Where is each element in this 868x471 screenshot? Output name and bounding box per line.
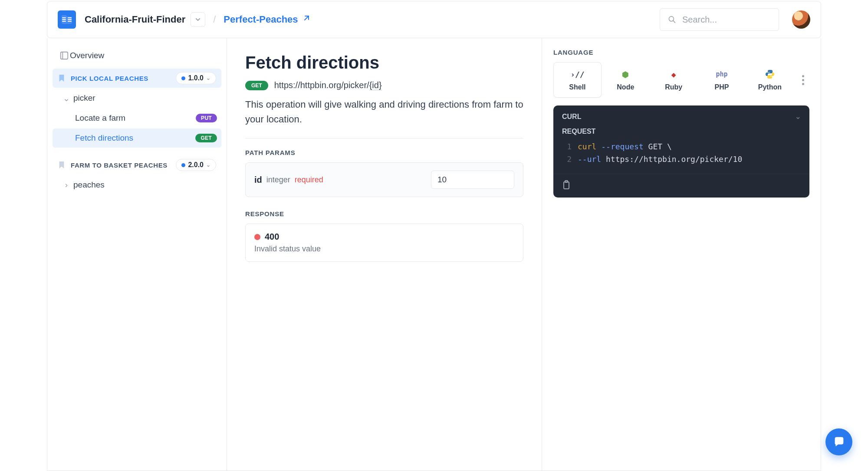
header: California-Fruit-Finder / Perfect-Peache…	[47, 1, 821, 38]
clipboard-icon	[562, 180, 571, 190]
search-box[interactable]	[660, 8, 779, 31]
status-dot-icon	[254, 234, 260, 240]
response-message: Invalid status value	[254, 244, 514, 254]
chevron-down-icon: ⌄	[62, 93, 71, 103]
lang-label: Python	[758, 83, 782, 91]
svg-rect-1	[62, 19, 66, 20]
param-name: id	[254, 175, 262, 185]
svg-rect-5	[68, 21, 72, 22]
sidebar-section-pick-local[interactable]: PICK LOCAL PEACHES 1.0.0 ⌄	[53, 69, 221, 88]
bookmark-icon	[58, 74, 66, 82]
chevron-down-icon: ⌄	[795, 112, 801, 121]
language-tab-python[interactable]: Python	[746, 62, 794, 98]
language-tabs: ›// Shell ⬢ Node ◆ Ruby php PHP	[553, 62, 809, 98]
language-tab-php[interactable]: php PHP	[698, 62, 746, 98]
code-tool-label: CURL	[562, 113, 581, 121]
language-tab-shell[interactable]: ›// Shell	[553, 62, 602, 98]
shell-icon: ›//	[570, 69, 585, 80]
path-params-label: PATH PARAMS	[245, 149, 523, 156]
app-logo	[58, 10, 76, 29]
sidebar-overview-label: Overview	[70, 51, 104, 60]
param-value-input[interactable]	[431, 171, 514, 189]
main-content: Fetch directions GET https://httpbin.org…	[227, 38, 542, 471]
copy-button[interactable]	[562, 184, 571, 191]
response-card[interactable]: 400 Invalid status value	[245, 224, 523, 262]
version-label: 2.0.0	[188, 161, 204, 169]
group-label: peaches	[73, 180, 217, 190]
description: This operation will give walking and dri…	[245, 97, 523, 138]
breadcrumb-separator: /	[213, 14, 216, 25]
path-param-row: id integer required	[245, 162, 523, 197]
method-badge: GET	[195, 134, 217, 142]
code-section-label: REQUEST	[553, 128, 809, 138]
lang-label: Ruby	[665, 83, 682, 91]
search-input[interactable]	[682, 15, 771, 25]
code-tool-selector[interactable]: CURL ⌄	[553, 105, 809, 128]
chevron-right-icon: ›	[62, 180, 71, 190]
breadcrumb-project[interactable]: Perfect-Peaches	[224, 14, 298, 25]
response-label: RESPONSE	[245, 210, 523, 217]
version-selector[interactable]: 2.0.0 ⌄	[176, 159, 216, 171]
svg-rect-2	[62, 21, 66, 22]
code-line: 1 curl --request GET \	[562, 141, 801, 153]
bookmark-icon	[58, 161, 66, 169]
language-tab-node[interactable]: ⬢ Node	[602, 62, 650, 98]
method-badge: GET	[245, 81, 268, 90]
endpoint-line: GET https://httpbin.org/picker/{id}	[245, 80, 523, 90]
node-icon: ⬢	[622, 69, 629, 80]
sidebar-item-fetch-directions[interactable]: Fetch directions GET	[53, 128, 221, 148]
code-block: 1 curl --request GET \ 2 --url https://h…	[553, 138, 809, 174]
endpoint-url: https://httpbin.org/picker/{id}	[274, 80, 382, 90]
chevron-down-icon	[195, 16, 201, 23]
method-badge: PUT	[196, 114, 217, 122]
php-icon: php	[716, 69, 727, 80]
version-selector[interactable]: 1.0.0 ⌄	[176, 72, 216, 84]
sidebar-item-locate-farm[interactable]: Locate a farm PUT	[53, 109, 221, 128]
sidebar: Overview PICK LOCAL PEACHES 1.0.0 ⌄ ⌄ pi…	[47, 38, 227, 471]
sidebar-section-farm-to-basket[interactable]: FARM TO BASKET PEACHES 2.0.0 ⌄	[53, 155, 221, 175]
item-label: Fetch directions	[75, 133, 195, 143]
chevron-down-icon: ⌄	[206, 75, 210, 81]
search-icon	[668, 15, 676, 24]
sidebar-group-picker[interactable]: ⌄ picker	[53, 89, 221, 108]
lang-label: PHP	[715, 83, 729, 91]
svg-rect-4	[68, 19, 72, 20]
breadcrumb-org[interactable]: California-Fruit-Finder	[85, 14, 185, 25]
version-dot-icon	[181, 163, 185, 167]
code-sample-card: CURL ⌄ REQUEST 1 curl --request GET \ 2 …	[553, 105, 809, 198]
chat-button[interactable]	[825, 428, 852, 455]
sidebar-overview[interactable]: Overview	[53, 46, 221, 65]
version-dot-icon	[181, 76, 185, 80]
group-label: picker	[73, 93, 217, 103]
more-languages-button[interactable]	[796, 75, 809, 85]
page-title: Fetch directions	[245, 53, 523, 72]
section-title: PICK LOCAL PEACHES	[71, 75, 176, 82]
right-panel: LANGUAGE ›// Shell ⬢ Node ◆ Ruby php PHP	[542, 38, 821, 471]
lang-label: Shell	[569, 83, 585, 91]
external-link-icon[interactable]	[302, 15, 309, 24]
language-tab-ruby[interactable]: ◆ Ruby	[650, 62, 698, 98]
svg-rect-3	[68, 17, 72, 18]
lang-label: Node	[617, 83, 634, 91]
item-label: Locate a farm	[75, 113, 196, 123]
language-label: LANGUAGE	[553, 49, 809, 56]
avatar[interactable]	[792, 10, 810, 29]
svg-rect-7	[61, 52, 68, 59]
python-icon	[765, 69, 775, 80]
svg-rect-0	[62, 17, 66, 18]
param-required: required	[295, 175, 323, 184]
version-label: 1.0.0	[188, 74, 204, 82]
ruby-icon: ◆	[671, 69, 676, 80]
org-dropdown[interactable]	[191, 12, 205, 27]
response-status: 400	[265, 232, 279, 242]
param-type: integer	[266, 175, 290, 184]
path-param-token: {id}	[369, 80, 382, 90]
svg-rect-8	[564, 182, 569, 189]
chat-icon	[832, 435, 845, 448]
chevron-down-icon: ⌄	[206, 162, 210, 168]
code-line: 2 --url https://httpbin.org/picker/10	[562, 153, 801, 166]
section-title: FARM TO BASKET PEACHES	[71, 161, 176, 169]
overview-icon	[59, 51, 70, 60]
sidebar-group-peaches[interactable]: › peaches	[53, 175, 221, 194]
